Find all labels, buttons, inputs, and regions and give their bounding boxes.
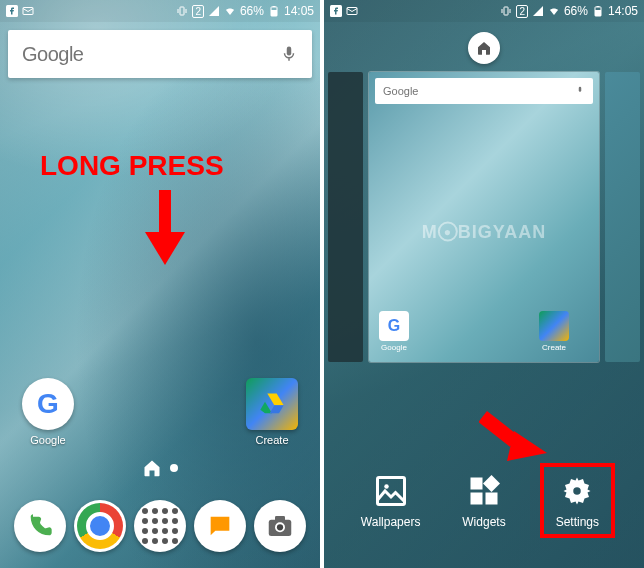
clock: 14:05 xyxy=(608,4,638,18)
camera-app[interactable] xyxy=(254,500,306,552)
phone-screenshot-right: 2 66% 14:05 Google M●BIGYAAN xyxy=(324,0,644,568)
facebook-icon xyxy=(6,5,18,17)
mini-search-widget: Google xyxy=(375,78,593,104)
dock xyxy=(0,483,320,568)
svg-rect-6 xyxy=(159,190,171,235)
wallpapers-icon xyxy=(373,473,409,509)
svg-point-24 xyxy=(574,487,582,495)
widgets-option[interactable]: Widgets xyxy=(446,463,521,538)
svg-rect-10 xyxy=(275,516,285,521)
battery-percent: 66% xyxy=(564,4,588,18)
app-label: Create xyxy=(255,434,288,446)
page-dot[interactable] xyxy=(170,464,178,472)
battery-icon xyxy=(592,5,604,17)
app-google[interactable]: G Google xyxy=(20,378,76,458)
svg-rect-16 xyxy=(596,6,599,7)
svg-point-19 xyxy=(384,484,389,489)
phone-screenshot-left: 2 66% 14:05 Google LONG PRESS G Google C… xyxy=(0,0,320,568)
signal-icon xyxy=(532,5,544,17)
svg-point-9 xyxy=(277,524,283,530)
svg-rect-23 xyxy=(483,475,500,492)
preview-page-right[interactable] xyxy=(605,72,640,362)
svg-rect-21 xyxy=(470,492,482,504)
option-label: Wallpapers xyxy=(361,515,421,529)
chrome-app[interactable] xyxy=(74,500,126,552)
home-indicator-icon xyxy=(142,458,162,478)
svg-rect-5 xyxy=(272,6,275,7)
svg-rect-22 xyxy=(485,492,497,504)
status-bar: 2 66% 14:05 xyxy=(0,0,320,22)
mic-icon[interactable] xyxy=(280,42,298,66)
option-label: Widgets xyxy=(462,515,505,529)
svg-rect-20 xyxy=(470,477,482,489)
clock: 14:05 xyxy=(284,4,314,18)
arrow-down-icon xyxy=(145,190,185,265)
watermark: M●BIGYAAN xyxy=(422,221,546,242)
drive-icon xyxy=(246,378,298,430)
phone-app[interactable] xyxy=(14,500,66,552)
page-indicator xyxy=(142,458,178,478)
arrow-diag-icon xyxy=(479,393,549,463)
preview-page-left[interactable] xyxy=(328,72,363,362)
google-logo: Google xyxy=(22,43,84,66)
mini-app-google: G Google xyxy=(379,311,409,352)
mail-icon xyxy=(22,5,34,17)
status-bar: 2 66% 14:05 xyxy=(324,0,644,22)
svg-rect-18 xyxy=(377,477,404,504)
battery-icon xyxy=(268,5,280,17)
homescreen-preview-row: Google M●BIGYAAN G Google Create xyxy=(324,72,644,362)
preview-page-main[interactable]: Google M●BIGYAAN G Google Create xyxy=(369,72,599,362)
svg-rect-2 xyxy=(180,7,184,15)
app-create[interactable]: Create xyxy=(244,378,300,458)
wallpapers-option[interactable]: Wallpapers xyxy=(353,463,428,538)
sim-indicator: 2 xyxy=(192,5,204,18)
vibrate-icon xyxy=(176,5,188,17)
wifi-icon xyxy=(224,5,236,17)
homescreen-options: Wallpapers Widgets Settings xyxy=(324,463,644,538)
annotation-long-press: LONG PRESS xyxy=(40,150,224,182)
gear-icon xyxy=(559,473,595,509)
vibrate-icon xyxy=(500,5,512,17)
mini-app-create: Create xyxy=(539,311,569,352)
app-drawer-button[interactable] xyxy=(134,500,186,552)
signal-icon xyxy=(208,5,220,17)
messages-app[interactable] xyxy=(194,500,246,552)
widgets-icon xyxy=(466,473,502,509)
google-search-widget[interactable]: Google xyxy=(8,30,312,78)
option-label: Settings xyxy=(556,515,599,529)
home-indicator-button[interactable] xyxy=(468,32,500,64)
settings-option[interactable]: Settings xyxy=(540,463,615,538)
svg-rect-15 xyxy=(595,10,601,16)
home-app-row: G Google Create xyxy=(0,378,320,458)
mail-icon xyxy=(346,5,358,17)
sim-indicator: 2 xyxy=(516,5,528,18)
svg-rect-13 xyxy=(504,7,508,15)
battery-percent: 66% xyxy=(240,4,264,18)
facebook-icon xyxy=(330,5,342,17)
wifi-icon xyxy=(548,5,560,17)
google-g-icon: G xyxy=(22,378,74,430)
svg-rect-4 xyxy=(271,10,277,16)
app-label: Google xyxy=(30,434,65,446)
